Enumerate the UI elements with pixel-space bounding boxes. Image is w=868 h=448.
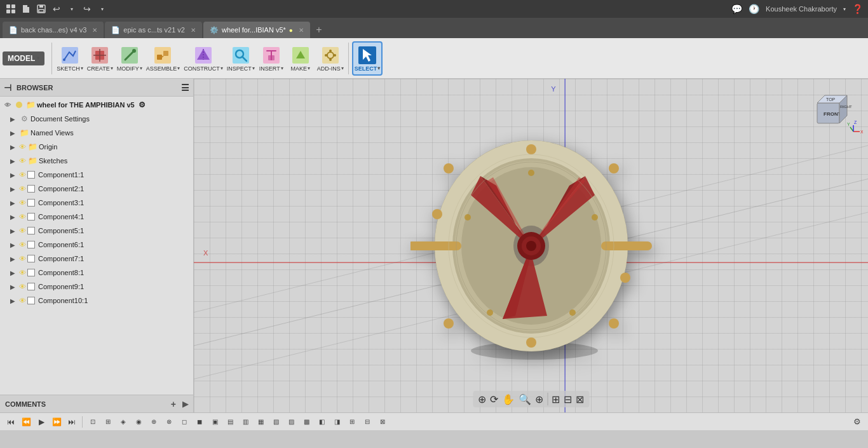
comp5-eye-icon[interactable]: 👁 <box>19 227 26 234</box>
comp5-arrow[interactable]: ▶ <box>10 227 18 234</box>
doc-settings-arrow[interactable]: ▶ <box>10 116 18 123</box>
select-group[interactable]: SELECT▾ <box>352 41 383 76</box>
tree-sketches[interactable]: ▶ 👁 📁 Sketches <box>0 154 193 168</box>
bt-icon-18[interactable]: ⊞ <box>345 415 359 429</box>
bt-icon-19[interactable]: ⊟ <box>360 415 374 429</box>
file-icon[interactable] <box>20 3 32 15</box>
viewport[interactable]: X Y <box>194 79 868 412</box>
sketch-group[interactable]: SKETCH▾ <box>55 43 85 74</box>
redo-dropdown-icon[interactable]: ▾ <box>97 3 108 15</box>
construct-group[interactable]: CONSTRUCT▾ <box>182 43 224 74</box>
root-eye-icon[interactable]: 👁 <box>3 100 13 110</box>
bt-icon-16[interactable]: ◧ <box>315 415 329 429</box>
undo-dropdown-icon[interactable]: ▾ <box>66 3 78 15</box>
bt-icon-5[interactable]: ⊕ <box>147 415 161 429</box>
insert-group[interactable]: INSERT▾ <box>257 43 285 74</box>
settings-icon[interactable]: ⚙ <box>850 415 864 429</box>
create-group[interactable]: CREATE▾ <box>86 43 114 74</box>
comp7-arrow[interactable]: ▶ <box>10 255 18 262</box>
browser-collapse-icon[interactable]: ⊣ <box>4 83 11 93</box>
comp1-eye-icon[interactable]: 👁 <box>19 171 26 179</box>
tree-comp1[interactable]: ▶ 👁 Component1:1 <box>0 168 193 182</box>
comp9-eye-icon[interactable]: 👁 <box>19 283 26 290</box>
tab-2[interactable]: 📄 epic as c...ts v21 v2 ✕ <box>105 22 202 38</box>
tree-comp2[interactable]: ▶ 👁 Component2:1 <box>0 182 193 196</box>
tree-comp8[interactable]: ▶ 👁 Component8:1 <box>0 266 193 280</box>
comments-expand-icon[interactable]: ▶ <box>182 400 188 409</box>
prev-icon[interactable]: ⏪ <box>19 415 33 429</box>
tab-1-close[interactable]: ✕ <box>92 27 97 34</box>
bt-icon-10[interactable]: ▤ <box>223 415 237 429</box>
help-icon[interactable]: ❓ <box>852 4 863 14</box>
model-button[interactable]: MODEL ▾ <box>3 51 44 65</box>
sketches-eye-icon[interactable]: 👁 <box>19 157 26 165</box>
tree-doc-settings[interactable]: ▶ ⚙ Document Settings <box>0 112 193 126</box>
comp9-arrow[interactable]: ▶ <box>10 283 18 290</box>
comp4-arrow[interactable]: ▶ <box>10 214 18 221</box>
zoom-icon[interactable]: 🔍 <box>519 393 531 405</box>
comp8-eye-icon[interactable]: 👁 <box>19 269 26 276</box>
next-icon[interactable]: ⏩ <box>50 415 64 429</box>
grid-icon[interactable] <box>5 3 17 15</box>
tab-3-close[interactable]: ✕ <box>299 27 304 34</box>
bt-icon-2[interactable]: ⊞ <box>101 415 115 429</box>
navigate-icon[interactable]: ⊕ <box>478 393 486 405</box>
comp6-eye-icon[interactable]: 👁 <box>19 241 26 248</box>
bt-icon-14[interactable]: ▨ <box>284 415 298 429</box>
comp1-arrow[interactable]: ▶ <box>10 172 18 179</box>
origin-arrow[interactable]: ▶ <box>10 144 18 151</box>
bt-icon-4[interactable]: ◉ <box>132 415 146 429</box>
save-icon[interactable] <box>36 3 47 15</box>
chat-icon[interactable]: 💬 <box>731 4 742 14</box>
make-group[interactable]: MAKE▾ <box>287 43 315 74</box>
comp3-eye-icon[interactable]: 👁 <box>19 199 26 207</box>
user-dropdown-icon[interactable]: ▾ <box>843 6 846 12</box>
inspect-group[interactable]: INSPECT▾ <box>226 43 256 74</box>
tree-comp10[interactable]: ▶ 👁 Component10:1 <box>0 294 193 308</box>
sketches-arrow[interactable]: ▶ <box>10 158 18 165</box>
origin-eye-icon[interactable]: 👁 <box>19 143 26 151</box>
browser-menu-icon[interactable]: ☰ <box>181 83 189 93</box>
bt-icon-9[interactable]: ▣ <box>208 415 222 429</box>
bt-icon-3[interactable]: ◈ <box>116 415 130 429</box>
comp6-arrow[interactable]: ▶ <box>10 241 18 248</box>
tree-comp6[interactable]: ▶ 👁 Component6:1 <box>0 238 193 252</box>
tree-comp5[interactable]: ▶ 👁 Component5:1 <box>0 224 193 238</box>
grid2-icon[interactable]: ⊟ <box>564 393 572 405</box>
addins-group[interactable]: ADD-INS▾ <box>316 43 345 74</box>
bt-icon-15[interactable]: ▩ <box>299 415 313 429</box>
clock-icon[interactable]: 🕐 <box>749 4 759 14</box>
bt-icon-13[interactable]: ▧ <box>269 415 283 429</box>
tree-origin[interactable]: ▶ 👁 📁 Origin <box>0 140 193 154</box>
bt-icon-8[interactable]: ◼ <box>193 415 207 429</box>
comp7-eye-icon[interactable]: 👁 <box>19 255 26 262</box>
undo-icon[interactable]: ↩ <box>51 3 62 15</box>
grid-icon[interactable]: ⊞ <box>552 393 560 405</box>
modify-group[interactable]: MODIFY▾ <box>116 43 144 74</box>
tab-2-close[interactable]: ✕ <box>191 27 196 34</box>
root-settings-icon[interactable]: ⚙ <box>139 100 146 109</box>
comp8-arrow[interactable]: ▶ <box>10 269 18 276</box>
bt-icon-1[interactable]: ⊡ <box>86 415 100 429</box>
bt-icon-11[interactable]: ▥ <box>238 415 252 429</box>
tree-comp9[interactable]: ▶ 👁 Component9:1 <box>0 280 193 294</box>
comp3-arrow[interactable]: ▶ <box>10 200 18 207</box>
bt-icon-20[interactable]: ⊠ <box>376 415 390 429</box>
search-zoom-icon[interactable]: ⊕ <box>535 393 543 405</box>
tree-named-views[interactable]: ▶ 📁 Named Views <box>0 126 193 140</box>
tab-add-button[interactable]: + <box>311 22 327 38</box>
comp4-eye-icon[interactable]: 👁 <box>19 213 26 221</box>
orbit-icon[interactable]: ⟳ <box>490 393 498 405</box>
comp2-arrow[interactable]: ▶ <box>10 186 18 193</box>
named-views-arrow[interactable]: ▶ <box>10 130 18 137</box>
comp2-eye-icon[interactable]: 👁 <box>19 185 26 193</box>
tree-comp3[interactable]: ▶ 👁 Component3:1 <box>0 196 193 210</box>
bt-icon-12[interactable]: ▦ <box>254 415 268 429</box>
assemble-group[interactable]: ASSEMBLE▾ <box>145 43 182 74</box>
grid3-icon[interactable]: ⊠ <box>576 393 584 405</box>
comp10-arrow[interactable]: ▶ <box>10 297 18 304</box>
redo-icon[interactable]: ↪ <box>81 3 93 15</box>
tab-3[interactable]: ⚙️ wheel for...IBIAN v5* ● ✕ <box>203 22 310 38</box>
tree-root[interactable]: 👁 📁 wheel for THE AMPHIBIAN v5 ⚙ <box>0 98 193 112</box>
tree-comp7[interactable]: ▶ 👁 Component7:1 <box>0 252 193 266</box>
